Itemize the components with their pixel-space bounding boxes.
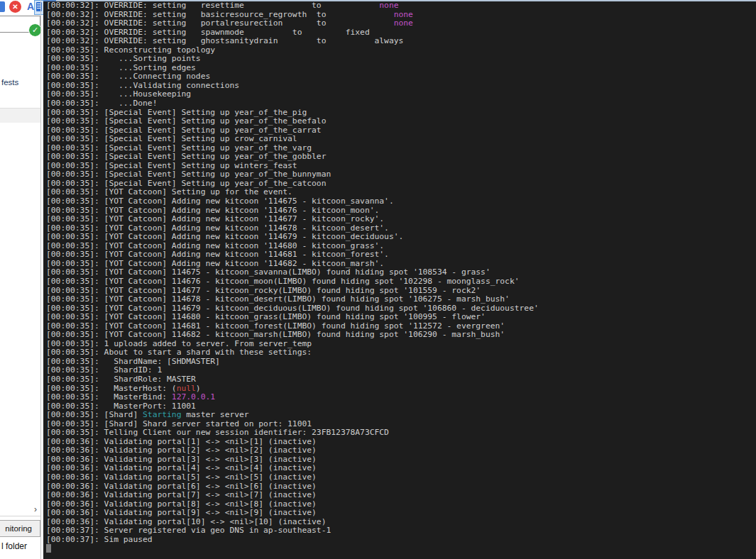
screen: ✕ A ✓ fests › nitoring l folder [00:00:3… bbox=[0, 0, 756, 559]
clipped-app-icon bbox=[0, 1, 5, 12]
left-panel: ✕ A ✓ fests › nitoring l folder bbox=[0, 0, 43, 559]
chevron-right-icon: › bbox=[34, 504, 37, 514]
monitoring-button[interactable]: nitoring bbox=[0, 520, 40, 537]
font-a-icon: A bbox=[27, 1, 34, 12]
terminal-line: [00:00:37]: Sim paused bbox=[46, 536, 756, 545]
terminal-cursor bbox=[46, 544, 51, 553]
panel-right-border bbox=[40, 0, 41, 559]
terminal-line: [00:00:37]: Server registered via geo DN… bbox=[46, 526, 756, 536]
terminal-cursor-line bbox=[46, 544, 756, 553]
check-icon: ✓ bbox=[32, 26, 38, 35]
monitoring-button-label: nitoring bbox=[5, 524, 32, 533]
local-folder-link[interactable]: l folder bbox=[1, 541, 27, 551]
close-icon: ✕ bbox=[12, 3, 18, 11]
section-divider-band bbox=[0, 108, 41, 123]
clipped-label: fests bbox=[1, 78, 18, 87]
expander-row[interactable]: › bbox=[0, 504, 41, 516]
close-button[interactable]: ✕ bbox=[9, 1, 21, 13]
server-console-window[interactable]: [00:00:32]: OVERRIDE: setting resettime … bbox=[43, 0, 756, 559]
terminal-output: [00:00:32]: OVERRIDE: setting resettime … bbox=[46, 1, 756, 559]
